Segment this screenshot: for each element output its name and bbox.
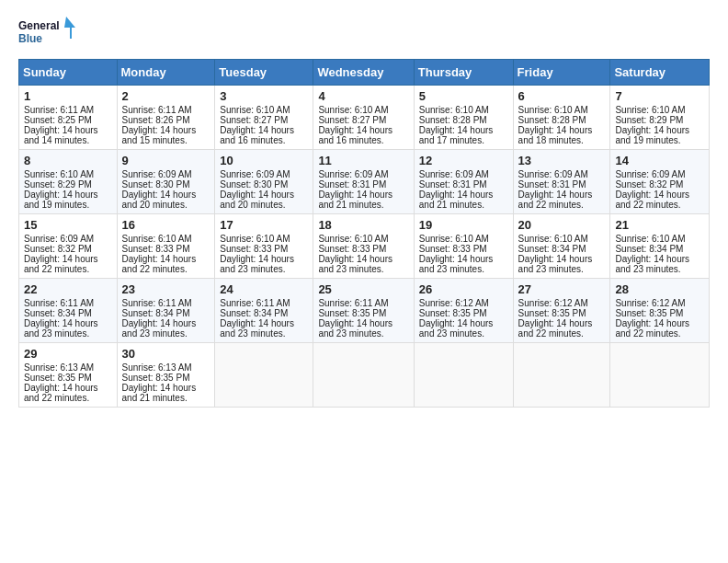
calendar-cell: 30Sunrise: 6:13 AMSunset: 8:35 PMDayligh… — [117, 343, 215, 408]
cell-info: Sunset: 8:35 PM — [318, 308, 408, 318]
calendar-cell: 9Sunrise: 6:09 AMSunset: 8:30 PMDaylight… — [117, 150, 215, 214]
calendar-cell: 29Sunrise: 6:13 AMSunset: 8:35 PMDayligh… — [19, 343, 118, 408]
weekday-header-sunday: Sunday — [19, 60, 118, 86]
cell-info: Sunset: 8:31 PM — [518, 179, 606, 190]
cell-info: Daylight: 14 hours and 23 minutes. — [615, 254, 704, 274]
day-number: 8 — [24, 154, 112, 167]
day-number: 24 — [220, 282, 308, 296]
cell-info: Sunrise: 6:10 AM — [122, 234, 210, 244]
cell-info: Daylight: 14 hours and 19 minutes. — [24, 190, 112, 210]
day-number: 13 — [518, 154, 606, 167]
cell-info: Sunrise: 6:10 AM — [220, 105, 308, 115]
cell-info: Sunrise: 6:11 AM — [122, 105, 210, 115]
cell-info: Sunset: 8:32 PM — [24, 244, 112, 254]
cell-info: Sunset: 8:25 PM — [24, 115, 112, 125]
cell-info: Daylight: 14 hours and 22 minutes. — [518, 318, 606, 339]
cell-info: Sunset: 8:29 PM — [24, 179, 112, 190]
cell-info: Sunrise: 6:09 AM — [615, 169, 704, 179]
cell-info: Sunrise: 6:09 AM — [122, 169, 210, 179]
calendar-cell: 23Sunrise: 6:11 AMSunset: 8:34 PMDayligh… — [117, 279, 215, 343]
cell-info: Sunrise: 6:11 AM — [220, 298, 308, 308]
cell-info: Sunrise: 6:10 AM — [419, 105, 508, 115]
day-number: 25 — [318, 282, 408, 296]
calendar-cell: 22Sunrise: 6:11 AMSunset: 8:34 PMDayligh… — [19, 279, 118, 343]
cell-info: Sunset: 8:35 PM — [24, 373, 112, 383]
cell-info: Sunset: 8:33 PM — [419, 244, 508, 254]
day-number: 16 — [122, 218, 210, 232]
cell-info: Sunset: 8:33 PM — [122, 244, 210, 254]
day-number: 7 — [615, 89, 704, 103]
cell-info: Sunrise: 6:10 AM — [419, 234, 508, 244]
day-number: 10 — [220, 154, 308, 167]
calendar-cell — [513, 343, 610, 408]
cell-info: Sunrise: 6:11 AM — [122, 298, 210, 308]
day-number: 3 — [220, 89, 308, 103]
calendar-cell: 24Sunrise: 6:11 AMSunset: 8:34 PMDayligh… — [215, 279, 313, 343]
calendar-cell: 14Sunrise: 6:09 AMSunset: 8:32 PMDayligh… — [610, 150, 710, 214]
weekday-header-tuesday: Tuesday — [215, 60, 313, 86]
day-number: 29 — [24, 347, 112, 361]
cell-info: Daylight: 14 hours and 18 minutes. — [518, 125, 606, 145]
day-number: 18 — [318, 218, 408, 232]
calendar-cell: 25Sunrise: 6:11 AMSunset: 8:35 PMDayligh… — [313, 279, 414, 343]
day-number: 1 — [24, 89, 112, 103]
cell-info: Sunset: 8:34 PM — [518, 244, 606, 254]
cell-info: Daylight: 14 hours and 23 minutes. — [318, 254, 408, 274]
cell-info: Daylight: 14 hours and 16 minutes. — [318, 125, 408, 145]
cell-info: Daylight: 14 hours and 20 minutes. — [220, 190, 308, 210]
cell-info: Sunrise: 6:09 AM — [220, 169, 308, 179]
day-number: 4 — [318, 89, 408, 103]
cell-info: Daylight: 14 hours and 19 minutes. — [615, 125, 704, 145]
calendar-week-row: 29Sunrise: 6:13 AMSunset: 8:35 PMDayligh… — [19, 343, 710, 408]
weekday-header-friday: Friday — [513, 60, 610, 86]
cell-info: Daylight: 14 hours and 21 minutes. — [419, 190, 508, 210]
day-number: 6 — [518, 89, 606, 103]
cell-info: Sunrise: 6:10 AM — [318, 105, 408, 115]
cell-info: Daylight: 14 hours and 23 minutes. — [220, 254, 308, 274]
cell-info: Sunrise: 6:10 AM — [615, 234, 704, 244]
cell-info: Daylight: 14 hours and 21 minutes. — [122, 383, 210, 403]
logo-svg: General Blue — [18, 15, 83, 52]
calendar-cell: 10Sunrise: 6:09 AMSunset: 8:30 PMDayligh… — [215, 150, 313, 214]
cell-info: Daylight: 14 hours and 22 minutes. — [615, 318, 704, 339]
calendar-cell: 19Sunrise: 6:10 AMSunset: 8:33 PMDayligh… — [414, 214, 513, 279]
cell-info: Sunrise: 6:09 AM — [24, 234, 112, 244]
calendar-cell: 11Sunrise: 6:09 AMSunset: 8:31 PMDayligh… — [313, 150, 414, 214]
cell-info: Sunset: 8:34 PM — [615, 244, 704, 254]
cell-info: Sunrise: 6:10 AM — [615, 105, 704, 115]
weekday-header-thursday: Thursday — [414, 60, 513, 86]
cell-info: Daylight: 14 hours and 23 minutes. — [24, 318, 112, 339]
day-number: 15 — [24, 218, 112, 232]
cell-info: Daylight: 14 hours and 23 minutes. — [318, 318, 408, 339]
cell-info: Daylight: 14 hours and 23 minutes. — [419, 254, 508, 274]
calendar-cell: 6Sunrise: 6:10 AMSunset: 8:28 PMDaylight… — [513, 86, 610, 150]
cell-info: Sunset: 8:27 PM — [220, 115, 308, 125]
cell-info: Sunset: 8:34 PM — [24, 308, 112, 318]
calendar-cell: 26Sunrise: 6:12 AMSunset: 8:35 PMDayligh… — [414, 279, 513, 343]
cell-info: Sunset: 8:31 PM — [419, 179, 508, 190]
calendar-cell: 1Sunrise: 6:11 AMSunset: 8:25 PMDaylight… — [19, 86, 118, 150]
calendar-cell — [313, 343, 414, 408]
day-number: 27 — [518, 282, 606, 296]
day-number: 28 — [615, 282, 704, 296]
day-number: 2 — [122, 89, 210, 103]
calendar-cell: 21Sunrise: 6:10 AMSunset: 8:34 PMDayligh… — [610, 214, 710, 279]
cell-info: Sunrise: 6:11 AM — [24, 298, 112, 308]
calendar-cell: 12Sunrise: 6:09 AMSunset: 8:31 PMDayligh… — [414, 150, 513, 214]
cell-info: Daylight: 14 hours and 23 minutes. — [419, 318, 508, 339]
cell-info: Sunset: 8:26 PM — [122, 115, 210, 125]
cell-info: Daylight: 14 hours and 15 minutes. — [122, 125, 210, 145]
svg-marker-2 — [64, 17, 75, 39]
calendar-table: SundayMondayTuesdayWednesdayThursdayFrid… — [18, 59, 710, 408]
cell-info: Sunset: 8:33 PM — [318, 244, 408, 254]
calendar-week-row: 15Sunrise: 6:09 AMSunset: 8:32 PMDayligh… — [19, 214, 710, 279]
calendar-cell — [215, 343, 313, 408]
weekday-header-wednesday: Wednesday — [313, 60, 414, 86]
cell-info: Sunset: 8:29 PM — [615, 115, 704, 125]
calendar-cell — [414, 343, 513, 408]
cell-info: Sunrise: 6:09 AM — [318, 169, 408, 179]
calendar-cell: 20Sunrise: 6:10 AMSunset: 8:34 PMDayligh… — [513, 214, 610, 279]
calendar-cell — [610, 343, 710, 408]
svg-text:General: General — [18, 19, 60, 32]
cell-info: Daylight: 14 hours and 22 minutes. — [122, 254, 210, 274]
